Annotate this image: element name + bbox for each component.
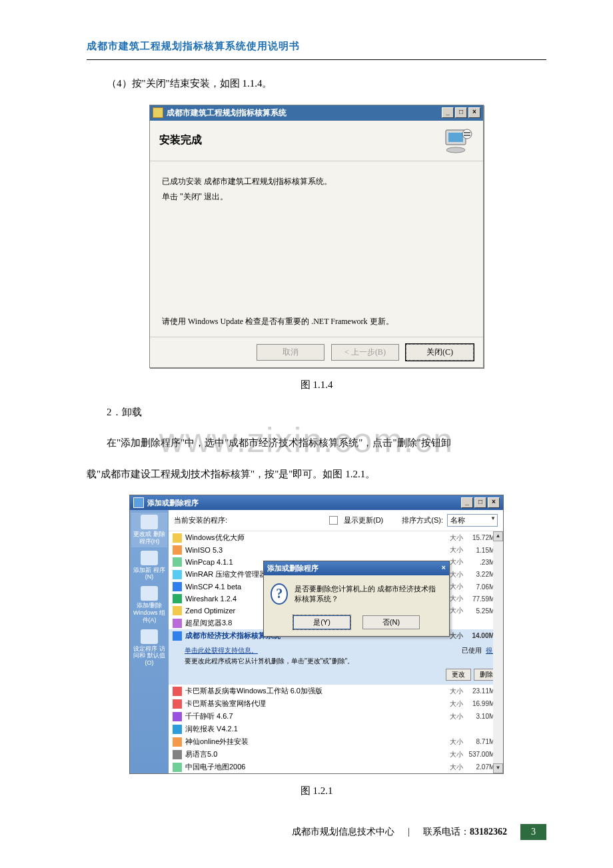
arp-app-icon	[133, 497, 144, 508]
figure-1-1-4-caption: 图 1.1.4	[87, 379, 546, 391]
installer-note: 请使用 Windows Update 检查是否有重要的 .NET Framewo…	[150, 316, 483, 337]
program-icon	[173, 557, 182, 567]
program-icon	[173, 712, 182, 721]
change-button[interactable]: 更改	[446, 669, 471, 681]
change-hint: 要更改此程序或将它从计算机删除，单击"更改"或"删除"。	[185, 657, 354, 666]
installer-header: 安装完成	[150, 121, 483, 161]
cancel-button: 取消	[257, 344, 324, 361]
program-list: Windows优化大师大小15.72MBWinISO 5.3大小1.15MBWi…	[169, 531, 503, 773]
scroll-up-icon[interactable]: ▲	[493, 531, 503, 541]
svg-rect-1	[448, 133, 463, 142]
installer-msg-2: 单击 "关闭" 退出。	[162, 191, 471, 203]
program-icon	[173, 570, 182, 579]
svg-point-3	[462, 129, 472, 139]
program-row[interactable]: 神仙online外挂安装大小8.71MB	[169, 735, 503, 748]
sidebar-defaults[interactable]: 设定程序 访问和 默认值(O)	[131, 627, 167, 669]
sidebar-label-3: 设定程序 访问和 默认值(O)	[133, 645, 165, 667]
header-divider	[87, 59, 546, 60]
arp-sidebar: 更改或 删除 程序(H) 添加新 程序(N) 添加/删除 Windows 组件(…	[130, 510, 169, 773]
program-icon	[173, 699, 182, 709]
footer-separator: |	[408, 827, 410, 837]
footer-org: 成都市规划信息技术中心	[292, 826, 394, 838]
program-row[interactable]: Windows优化大师大小15.72MB	[169, 531, 503, 544]
svg-rect-5	[464, 135, 470, 136]
program-name: 卡巴斯基实验室网络代理	[185, 699, 443, 709]
program-icon	[173, 750, 182, 759]
installer-title: 成都市建筑工程规划指标核算系统	[167, 107, 442, 119]
figure-1-2-1-caption: 图 1.2.1	[87, 785, 546, 797]
installer-msg-1: 已成功安装 成都市建筑工程规划指标核算系统。	[162, 176, 471, 187]
confirm-yes-button[interactable]: 是(Y)	[293, 615, 350, 629]
page-number: 3	[520, 824, 546, 840]
uninstall-p2: 载"成都市建设工程规划技术指标核算"，按"是"即可。如图 1.2.1。	[87, 464, 546, 485]
program-name: 千千静听 4.6.7	[185, 711, 443, 721]
program-icon	[173, 545, 182, 555]
installer-dialog: 成都市建筑工程规划指标核算系统 _ □ × 安装完成 已成功安装 成都市建筑工程…	[149, 105, 484, 368]
confirm-title: 添加或删除程序	[267, 563, 318, 573]
add-remove-programs-window: 添加或删除程序 _ □ × 更改或 删除 程序(H) 添加新 程序(N) 添加/…	[129, 495, 504, 774]
arp-minimize-icon[interactable]: _	[461, 497, 473, 508]
scrollbar[interactable]: ▲ ▼	[493, 531, 503, 773]
size-label: 大小	[443, 763, 463, 772]
program-row[interactable]: 卡巴斯基实验室网络代理大小16.99MB	[169, 697, 503, 710]
arp-title: 添加或删除程序	[147, 498, 461, 508]
program-name: 中国电子地图2006	[185, 762, 443, 772]
close-button[interactable]: 关闭(C)	[406, 344, 474, 361]
close-icon[interactable]: ×	[468, 107, 480, 118]
program-icon	[173, 582, 182, 591]
program-icon	[173, 737, 182, 747]
confirm-close-icon[interactable]: ×	[442, 563, 446, 573]
back-button: < 上一步(B)	[331, 344, 399, 361]
program-name: Windows优化大师	[185, 533, 443, 543]
arp-toolbar: 当前安装的程序: 显示更新(D) 排序方式(S): 名称	[169, 510, 503, 531]
arp-maximize-icon[interactable]: □	[474, 497, 486, 508]
sidebar-add-new[interactable]: 添加新 程序(N)	[131, 549, 167, 583]
program-name: 神仙online外挂安装	[185, 737, 443, 747]
used-label: 已使用	[462, 647, 482, 654]
program-row[interactable]: 千千静听 4.6.7大小3.10MB	[169, 710, 503, 723]
svg-point-2	[446, 147, 465, 153]
arp-main-panel: 当前安装的程序: 显示更新(D) 排序方式(S): 名称 Windows优化大师…	[169, 510, 503, 773]
size-label: 大小	[443, 699, 463, 709]
sidebar-label-2: 添加/删除 Windows 组件(A)	[133, 602, 165, 623]
program-row[interactable]: 易语言5.0大小537.00MB	[169, 748, 503, 761]
support-link[interactable]: 单击此处获得支持信息。	[185, 646, 258, 655]
program-row[interactable]: 润乾报表 V4.2.1	[169, 723, 503, 735]
installer-heading: 安装完成	[159, 133, 443, 147]
installer-computer-icon	[443, 127, 474, 154]
minimize-icon[interactable]: _	[442, 107, 454, 118]
program-icon	[173, 619, 182, 628]
show-updates-checkbox[interactable]	[329, 516, 338, 525]
installer-body: 已成功安装 成都市建筑工程规划指标核算系统。 单击 "关闭" 退出。	[150, 161, 483, 316]
sidebar-change-remove[interactable]: 更改或 删除 程序(H)	[131, 513, 167, 547]
doc-header-title: 成都市建筑工程规划指标核算系统使用说明书	[87, 40, 546, 53]
sidebar-windows-components[interactable]: 添加/删除 Windows 组件(A)	[131, 584, 167, 625]
sidebar-label-0: 更改或 删除 程序(H)	[133, 531, 165, 545]
uninstall-p1: 在"添加删除程序"中，选中"成都市经济技术指标核算系统"，点击"删除"按钮卸	[87, 433, 546, 454]
size-label: 大小	[443, 737, 463, 747]
program-icon	[173, 763, 182, 772]
question-icon: ?	[271, 583, 288, 605]
confirm-no-button[interactable]: 否(N)	[362, 615, 420, 629]
maximize-icon[interactable]: □	[455, 107, 467, 118]
arp-close-icon[interactable]: ×	[488, 497, 500, 508]
step-4-text: （4）按"关闭"结束安装，如图 1.1.4。	[87, 73, 546, 95]
size-label: 大小	[443, 545, 463, 555]
program-icon	[173, 631, 182, 641]
sort-label: 排序方式(S):	[402, 515, 443, 525]
program-row[interactable]: 卡巴斯基反病毒Windows工作站 6.0加强版大小23.11MB	[169, 685, 503, 697]
installer-app-icon	[153, 107, 163, 118]
program-icon	[173, 687, 182, 696]
page-footer: 成都市规划信息技术中心 | 联系电话：83182362 3	[87, 824, 546, 840]
program-detail-panel: 单击此处获得支持信息。已使用 很少要更改此程序或将它从计算机删除，单击"更改"或…	[169, 642, 503, 685]
svg-rect-4	[464, 132, 470, 133]
program-row[interactable]: 中国电子地图2006大小2.07MB	[169, 761, 503, 773]
arp-titlebar: 添加或删除程序 _ □ ×	[130, 495, 503, 510]
program-icon	[173, 725, 182, 734]
installer-titlebar: 成都市建筑工程规划指标核算系统 _ □ ×	[150, 105, 483, 121]
program-row[interactable]: WinISO 5.3大小1.15MB	[169, 544, 503, 556]
sidebar-label-1: 添加新 程序(N)	[133, 567, 165, 581]
sort-select[interactable]: 名称	[447, 514, 498, 527]
confirm-dialog: 添加或删除程序 × ? 是否要删除您计算机上的 成都市经济技术指标核算系统？ 是…	[263, 561, 450, 637]
scroll-down-icon[interactable]: ▼	[493, 763, 503, 773]
